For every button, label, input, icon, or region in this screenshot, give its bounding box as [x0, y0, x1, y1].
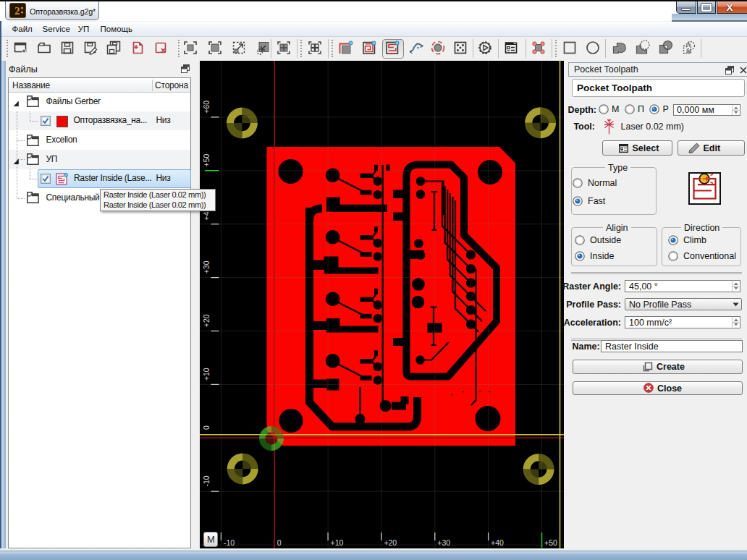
svg-text:+50: +50: [544, 538, 557, 547]
svg-text:+40: +40: [491, 538, 504, 547]
svg-text:0: 0: [277, 538, 282, 547]
svg-text:0: 0: [202, 425, 211, 430]
svg-text:+20: +20: [384, 538, 397, 547]
svg-text:+10: +10: [331, 538, 344, 547]
svg-text:-10: -10: [202, 475, 211, 486]
svg-text:-10: -10: [224, 538, 235, 547]
svg-text:+10: +10: [202, 368, 211, 381]
svg-text:+50: +50: [202, 154, 211, 167]
svg-text:+60: +60: [202, 101, 211, 114]
svg-text:2: 2: [14, 5, 20, 17]
svg-text:+30: +30: [437, 538, 450, 547]
svg-text:+20: +20: [202, 314, 211, 327]
svg-text:+30: +30: [202, 260, 211, 273]
